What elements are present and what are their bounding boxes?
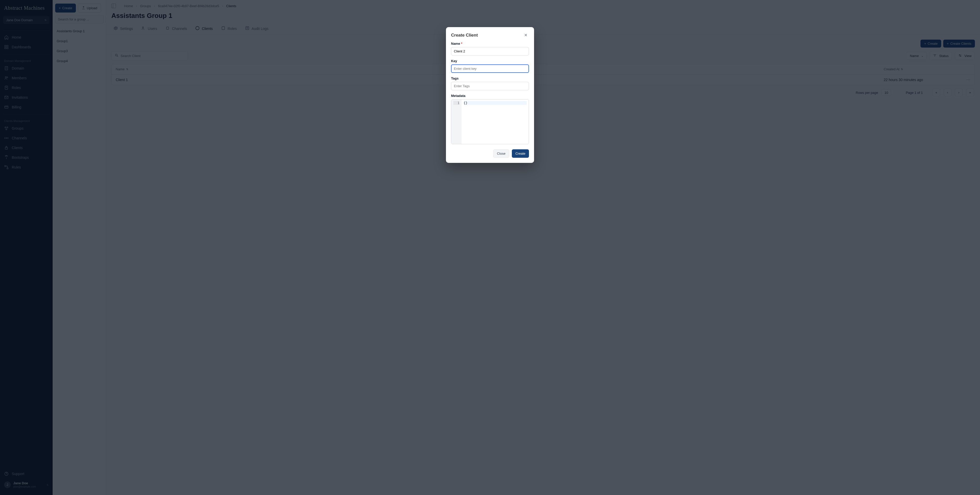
close-button[interactable]: Close — [493, 149, 509, 158]
modal-overlay[interactable]: Create Client ✕ Name * Key Tags Metadata… — [0, 0, 980, 495]
name-input[interactable] — [451, 47, 529, 56]
tags-label: Tags — [451, 77, 529, 80]
metadata-editor[interactable]: 1 {} — [451, 99, 529, 144]
create-button[interactable]: Create — [512, 149, 529, 158]
name-label: Name * — [451, 42, 529, 46]
close-icon[interactable]: ✕ — [523, 32, 529, 38]
tags-input[interactable] — [451, 82, 529, 90]
key-input[interactable] — [451, 64, 529, 73]
key-label: Key — [451, 59, 529, 63]
create-client-modal: Create Client ✕ Name * Key Tags Metadata… — [446, 27, 534, 163]
modal-title: Create Client — [451, 33, 478, 38]
metadata-label: Metadata — [451, 94, 529, 98]
